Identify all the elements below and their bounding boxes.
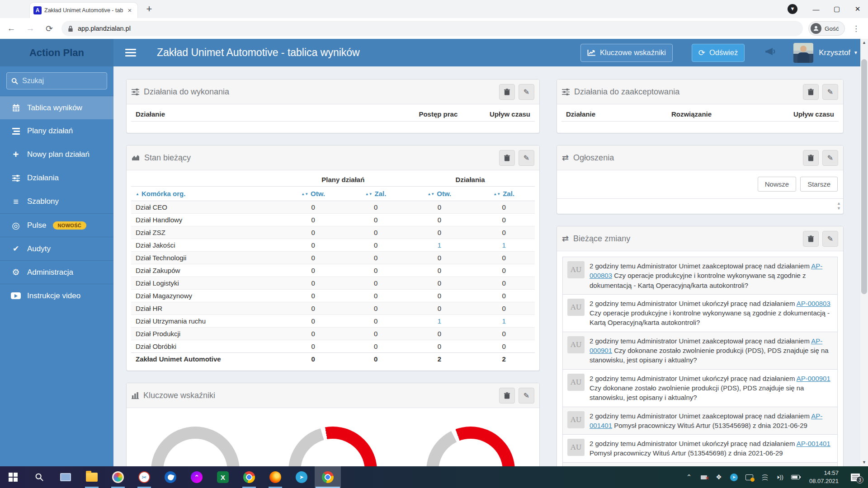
taskbar-taskbar-search-icon[interactable] (26, 466, 52, 488)
taskbar-snipping-tool-icon[interactable]: ✂ (131, 466, 157, 488)
panel-title: Ogłoszenia (573, 153, 799, 163)
sort-column-3[interactable]: ▲▼Zal. (473, 187, 535, 201)
minimize-button[interactable]: — (806, 0, 826, 18)
sidebar-item-plany-działań[interactable]: Plany działań (0, 119, 113, 143)
taskbar-excel-icon[interactable]: X (210, 466, 236, 488)
volume-icon[interactable]: 🕨)) (776, 474, 783, 481)
safely-remove-hardware-icon[interactable]: ✕ (700, 475, 708, 479)
screen-share-icon[interactable] (745, 474, 753, 480)
sidebar-item-tablica-wyników[interactable]: Tablica wyników (0, 96, 113, 119)
sort-column-org[interactable]: ▲Komórka org. (131, 187, 280, 201)
sidebar-item-instrukcje-video[interactable]: Instrukcje video (0, 284, 113, 307)
taskbar-clock[interactable]: 14:57 08.07.2021 (809, 469, 839, 485)
sort-column-1[interactable]: ▲▼Zal. (346, 187, 406, 201)
telegram-tray-icon[interactable]: ➤ (730, 474, 738, 481)
sidebar-item-audyty[interactable]: ✔Audyty (0, 237, 113, 260)
action-link[interactable]: AP-000901 (590, 337, 822, 354)
feed-item: AU2 godziny temu Administrator Unimet uk… (562, 369, 838, 407)
close-button[interactable]: ✕ (847, 0, 868, 18)
scroll-up-icon[interactable]: ▲ (860, 39, 868, 47)
value-cell[interactable]: 1 (406, 239, 473, 252)
taskbar-chrome-icon[interactable] (315, 466, 341, 488)
browser-menu-icon[interactable]: ⋮ (849, 24, 863, 33)
value-cell: 0 (406, 201, 473, 214)
reload-icon[interactable]: ⟳ (42, 21, 57, 36)
sort-column-0[interactable]: ▲▼Otw. (280, 187, 345, 201)
value-cell[interactable]: 1 (473, 315, 535, 328)
hamburger-menu-icon[interactable] (125, 39, 139, 66)
notification-center-icon[interactable]: 3 (851, 474, 860, 481)
user-avatar[interactable] (793, 43, 813, 63)
action-link[interactable]: AP-000803 (590, 262, 822, 279)
value-cell: 0 (346, 201, 406, 214)
dropbox-icon[interactable]: ❖ (715, 473, 722, 481)
sort-column-2[interactable]: ▲▼Otw. (406, 187, 473, 201)
app-logo[interactable]: Action Plan (0, 39, 113, 66)
edit-widget-button[interactable]: ✎ (822, 84, 838, 100)
maximize-button[interactable]: ▢ (826, 0, 847, 18)
sidebar-item-szablony[interactable]: ≡Szablony (0, 190, 113, 213)
mini-scrollbar[interactable]: ▲▼ (837, 201, 841, 211)
address-bar[interactable]: app.plandzialan.pl (61, 21, 803, 36)
delete-widget-button[interactable] (499, 388, 515, 404)
back-icon[interactable]: ← (4, 21, 19, 36)
megaphone-icon[interactable] (765, 47, 777, 58)
edit-widget-button[interactable]: ✎ (519, 84, 534, 100)
scrollbar-thumb[interactable] (861, 59, 867, 294)
taskbar-clickup-icon[interactable]: ⌃ (184, 466, 210, 488)
edit-widget-button[interactable]: ✎ (822, 231, 838, 247)
sidebar-search[interactable] (6, 72, 107, 89)
taskbar-thunderbird-icon[interactable] (157, 466, 184, 488)
edit-widget-button[interactable]: ✎ (822, 150, 838, 166)
tab-close-icon[interactable]: × (126, 6, 134, 14)
value-cell[interactable]: 1 (406, 315, 473, 328)
taskbar-start-button-icon[interactable] (0, 466, 26, 488)
bar-chart-icon (132, 392, 139, 399)
sidebar-item-pulse[interactable]: ◎PulseNOWOŚĆ (0, 213, 113, 237)
wifi-icon[interactable]: ))) (761, 474, 768, 481)
key-indicators-button[interactable]: Kluczowe wskaźniki (580, 44, 673, 62)
older-button[interactable]: Starsze (800, 177, 838, 192)
sidebar-item-administracja[interactable]: ⚙Administracja (0, 260, 113, 284)
taskbar-file-explorer-icon[interactable] (79, 466, 105, 488)
taskbar-firefox-icon[interactable] (262, 466, 288, 488)
edit-widget-button[interactable]: ✎ (519, 388, 534, 404)
action-link[interactable]: AP-000901 (797, 375, 830, 382)
app-header: Action Plan Zakład Unimet Automotive - t… (0, 39, 868, 66)
delete-widget-button[interactable] (803, 84, 819, 100)
newer-button[interactable]: Nowsze (758, 177, 796, 192)
new-tab-button[interactable]: + (143, 3, 156, 16)
search-input[interactable] (22, 77, 99, 85)
sidebar-item-nowy-plan-działań[interactable]: +Nowy plan działań (0, 143, 113, 166)
org-cell: Dział Magazynowy (131, 290, 280, 302)
delete-widget-button[interactable] (499, 84, 515, 100)
refresh-button[interactable]: ⟳ Odśwież (692, 44, 745, 62)
battery-icon[interactable] (791, 475, 800, 479)
tray-chevron-up-icon[interactable]: ⌃ (685, 473, 693, 481)
action-link[interactable]: AP-001401 (797, 440, 830, 447)
bullseye-icon: ◎ (10, 221, 22, 230)
feed-text: 2 godziny temu Administrator Unimet ukoń… (590, 299, 833, 328)
taskbar-telegram-icon[interactable]: ➤ (288, 466, 315, 488)
taskbar-remote-desktop-icon[interactable] (52, 466, 79, 488)
page-scrollbar[interactable]: ▲ ▼ (860, 39, 868, 466)
taskbar-paint-icon[interactable] (105, 466, 131, 488)
table-row: Dział Jakości0011 (131, 239, 535, 252)
delete-widget-button[interactable] (499, 150, 515, 166)
delete-widget-button[interactable] (803, 150, 819, 166)
user-menu[interactable]: Krzysztof ▼ (819, 48, 858, 57)
action-link[interactable]: AP-001401 (590, 412, 822, 429)
sidebar-item-label: Tablica wyników (27, 103, 82, 113)
edit-widget-button[interactable]: ✎ (519, 150, 534, 166)
browser-profile-button[interactable]: Gość (808, 21, 845, 36)
forward-icon[interactable]: → (23, 21, 38, 36)
feed-avatar: AU (567, 299, 585, 316)
delete-widget-button[interactable] (803, 231, 819, 247)
tab-search-icon[interactable]: ▼ (788, 4, 797, 14)
scroll-down-icon[interactable]: ▼ (860, 459, 868, 466)
sidebar-item-działania[interactable]: Działania (0, 166, 113, 190)
value-cell[interactable]: 1 (473, 239, 535, 252)
browser-tab[interactable]: A Zakład Unimet Automotive - tabl × (30, 3, 137, 18)
taskbar-chrome-profile-icon[interactable] (236, 466, 262, 488)
action-link[interactable]: AP-000803 (797, 300, 830, 307)
